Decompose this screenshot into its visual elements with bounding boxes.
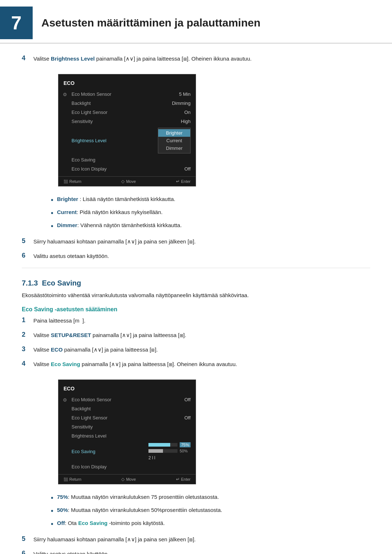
eco-row-5-label: Brightness Level — [72, 138, 106, 143]
eco-saving-intro: Ekosäästötoiminto vähentää virrankulutus… — [22, 291, 370, 300]
eco-step-number-6: 6 — [22, 550, 33, 554]
progress-bar-75-bg — [148, 443, 177, 447]
eco2-row-5: Brightness Level — [58, 431, 196, 440]
eco-bold: ECO — [51, 346, 63, 353]
eco-step-number-2: 2 — [22, 331, 33, 338]
eco-row-1: ⚙ Eco Motion Sensor 5 Min — [58, 90, 196, 99]
eco-row-5-brightness: Brightness Level Brighter Current Dimmer — [58, 126, 196, 155]
eco-step-2: 2 Valitse SETUP&RESET painamalla [∧∨] ja… — [22, 331, 370, 340]
eco-row-7-label: Eco Icon Display — [72, 166, 107, 172]
eco-step-number-1: 1 — [22, 316, 33, 324]
bullet-current: Current: Pidä näytön kirkkaus nykyisellä… — [51, 208, 370, 218]
eco2-row-3-label: Eco Light Sensor — [72, 415, 107, 420]
section-number: 7.1.3 — [22, 279, 38, 287]
bullet-75-text: 75%: Muuttaa näytön virrankulutuksen 75 … — [57, 493, 219, 501]
progress-row-50: 50% — [148, 449, 191, 453]
chapter-number: 7 — [0, 7, 33, 39]
bullet-brighter-text: Brighter : Lisää näytön tämänhetkistä ki… — [57, 195, 175, 204]
return-icon-2 — [64, 477, 68, 481]
eco-menu-2-container: ECO ⚙ Eco Motion Sensor Off Backlight Ec… — [58, 379, 196, 484]
eco-row-3: Eco Light Sensor On — [58, 108, 196, 117]
section-713-heading: 7.1.3 Eco Saving — [22, 279, 370, 287]
brightness-dropdown: Brighter Current Dimmer — [158, 128, 191, 153]
eco-row-2-value: Dimming — [172, 100, 191, 106]
eco-step-4: 4 Valitse Eco Saving painamalla [∧∨] ja … — [22, 360, 370, 369]
eco-row-1-label: Eco Motion Sensor — [72, 91, 111, 97]
bullet-dimmer-text: Dimmer: Vähennä näytön tämänhetkistä kir… — [57, 221, 182, 230]
enter-icon — [176, 179, 180, 184]
eco-menu-2-footer: Return Move Enter — [58, 474, 196, 484]
eco2-row-3-value: Off — [184, 415, 191, 420]
footer-return: Return — [64, 179, 81, 184]
footer-enter: Enter — [176, 179, 191, 184]
eco-row-7: Eco Icon Display Off — [58, 164, 196, 173]
bullet-list-ecosaving: 75%: Muuttaa näytön virrankulutuksen 75 … — [51, 493, 370, 529]
eco-row-2: Backlight Dimming — [58, 99, 196, 108]
percent-75-label: 75% — [180, 442, 191, 447]
eco2-row-3: Eco Light Sensor Off — [58, 413, 196, 422]
page-header: 7 Asetusten määrittäminen ja palauttamin… — [0, 0, 392, 44]
eco-step-4-text: Valitse Eco Saving painamalla [∧∨] ja pa… — [33, 360, 370, 369]
bullet-75: 75%: Muuttaa näytön virrankulutuksen 75 … — [51, 493, 370, 503]
eco2-row-1-label: Eco Motion Sensor — [72, 397, 111, 402]
bullet-50-text: 50%: Muuttaa näytön virrankulutuksen 50%… — [57, 506, 222, 514]
move-icon — [121, 179, 124, 184]
eco-step-6: 6 Valittu asetus otetaan käyttöön. — [22, 550, 370, 554]
step-6-brightness: 6 Valittu asetus otetaan käyttöön. — [22, 252, 370, 260]
step-5-text: Siirry haluamaasi kohtaan painamalla [∧∨… — [33, 237, 370, 246]
bullet-off: Off: Ota Eco Saving -toiminto pois käytö… — [51, 519, 370, 529]
eco-step-number-5: 5 — [22, 535, 33, 543]
footer-move: Move — [121, 179, 136, 184]
step-4-text: Valitse Brightness Level painamalla [∧∨]… — [33, 54, 370, 63]
eco2-row-5-label: Brightness Level — [72, 433, 106, 439]
eco-row-7-value: Off — [184, 166, 191, 172]
page-title: Asetusten määrittäminen ja palauttaminen — [41, 17, 261, 29]
eco-menu-1: ECO ⚙ Eco Motion Sensor 5 Min Backlight … — [58, 74, 196, 186]
eco-row-2-label: Backlight — [72, 100, 91, 106]
bullet-brighter: Brighter : Lisää näytön tämänhetkistä ki… — [51, 195, 370, 205]
return-icon — [64, 180, 68, 184]
eco2-row-4-label: Sensitivity — [72, 424, 93, 430]
eco2-row-4: Sensitivity — [58, 422, 196, 431]
dropdown-brighter: Brighter — [158, 129, 190, 137]
footer2-return: Return — [64, 477, 81, 482]
dropdown-current: Current — [158, 137, 190, 144]
eco-step-3: 3 Valitse ECO painamalla [∧∨] ja paina l… — [22, 345, 370, 354]
eco-menu-2: ECO ⚙ Eco Motion Sensor Off Backlight Ec… — [58, 379, 196, 484]
main-content: 4 Valitse Brightness Level painamalla [∧… — [0, 54, 392, 554]
eco-step-1-text: Paina laitteessa [m ]. — [33, 316, 370, 325]
gear-icon-1: ⚙ — [63, 92, 68, 97]
eco2-row-6-label: Eco Saving — [72, 449, 95, 454]
eco2-row-1: ⚙ Eco Motion Sensor Off — [58, 395, 196, 404]
eco2-row-6-ecosaving: Eco Saving 75% 50% 2 l l — [58, 440, 196, 462]
gear-icon-2: ⚙ — [63, 397, 68, 402]
eco-row-4-label: Sensitivity — [72, 119, 93, 124]
eco-row-6: Eco Saving — [58, 155, 196, 164]
progress-bar-75-fill — [148, 443, 170, 447]
sub-heading-eco-saving: Eco Saving -asetusten säätäminen — [22, 306, 370, 313]
bullet-current-text: Current: Pidä näytön kirkkaus nykyisellä… — [57, 208, 163, 217]
bullet-list-brightness: Brighter : Lisää näytön tämänhetkistä ki… — [51, 195, 370, 231]
eco2-row-2-label: Backlight — [72, 406, 91, 411]
eco-step-2-text: Valitse SETUP&RESET painamalla [∧∨] ja p… — [33, 331, 370, 340]
step-4-brightness: 4 Valitse Brightness Level painamalla [∧… — [22, 54, 370, 63]
eco-step-number-3: 3 — [22, 345, 33, 353]
progress-row-75: 75% — [148, 442, 191, 447]
move-icon-2 — [121, 477, 124, 482]
dropdown-dimmer: Dimmer — [158, 144, 190, 152]
percent-50-label: 50% — [180, 449, 188, 453]
step-6-text: Valittu asetus otetaan käyttöön. — [33, 252, 370, 260]
eco-row-3-value: On — [184, 110, 191, 115]
eco-menu-1-footer: Return Move Enter — [58, 176, 196, 186]
footer2-move: Move — [121, 477, 136, 482]
eco-saving-bottom-value: 2 l l — [148, 455, 191, 460]
bullet-dimmer: Dimmer: Vähennä näytön tämänhetkistä kir… — [51, 221, 370, 231]
eco-row-1-value: 5 Min — [179, 91, 191, 97]
step-number-6a: 6 — [22, 252, 33, 259]
step-number-4: 4 — [22, 54, 33, 62]
eco-menu-2-title: ECO — [58, 383, 196, 395]
eco-saving-progress: 75% 50% 2 l l — [148, 442, 191, 460]
eco-row-4: Sensitivity High — [58, 117, 196, 126]
eco2-row-2: Backlight — [58, 404, 196, 413]
eco-row-3-label: Eco Light Sensor — [72, 110, 107, 115]
